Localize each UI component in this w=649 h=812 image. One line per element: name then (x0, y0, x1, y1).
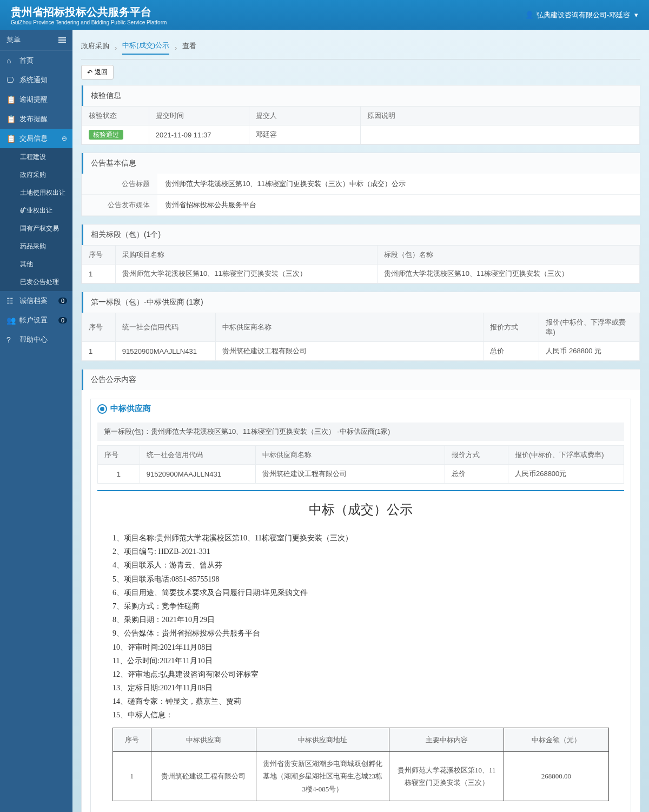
table-row: 1 贵州师范大学花溪校区第10、11栋寝室门更换安装（三次） 贵州师范大学花溪校… (82, 265, 640, 283)
menu-icon: ☷ (6, 296, 15, 305)
breadcrumb: 政府采购 › 中标(成交)公示 › 查看 (81, 36, 640, 60)
table-row: 1 91520900MAAJLLN431 贵州筑砼建设工程有限公司 总价 人民币… (98, 465, 624, 484)
content-line: 7、采购方式：竞争性磋商 (112, 599, 609, 613)
sidebar-item[interactable]: ⌂首页 (0, 51, 72, 70)
app-title: 贵州省招标投标公共服务平台 (11, 5, 167, 19)
sidebar-item[interactable]: 📋逾期提醒 (0, 90, 72, 109)
table-row: 1 91520900MAAJLLN431 贵州筑砼建设工程有限公司 总价 人民币… (82, 342, 640, 361)
sidebar: 菜单 ⌂首页🖵系统通知📋逾期提醒📋发布提醒📋交易信息 工程建设政府采购土地使用权… (0, 30, 72, 812)
chevron-right-icon: › (175, 44, 177, 52)
nested-title: 中标供应商 (91, 399, 631, 418)
panel-title: 相关标段（包）(1个) (82, 225, 640, 245)
content-line: 15、中标人信息： (112, 708, 609, 722)
menu-icon: 👥 (6, 316, 15, 325)
sidebar-subitem[interactable]: 国有产权交易 (0, 220, 72, 237)
panel-title: 核验信息 (82, 85, 640, 106)
content-line: 1、项目名称:贵州师范大学花溪校区第10、11栋寝室门更换安装（三次） (112, 531, 609, 545)
sidebar-subitem[interactable]: 土地使用权出让 (0, 184, 72, 202)
basic-info-panel: 公告基本信息 公告标题 贵州师范大学花溪校区第10、11栋寝室门更换安装（三次）… (81, 153, 640, 216)
kv-row: 公告标题 贵州师范大学花溪校区第10、11栋寝室门更换安装（三次）中标（成交）公… (82, 174, 640, 195)
content-panel: 公告公示内容 中标供应商 第一标段(包)：贵州师范大学花溪校区第10、11栋寝室… (81, 369, 640, 812)
content-line: 13、定标日期:2021年11月08日 (112, 681, 609, 695)
sidebar-subitem[interactable]: 工程建设 (0, 148, 72, 166)
sidebar-item[interactable]: 📋交易信息 (0, 129, 72, 148)
breadcrumb-item[interactable]: 政府采购 (81, 41, 109, 54)
breadcrumb-item[interactable]: 中标(成交)公示 (122, 41, 169, 55)
kv-row: 公告发布媒体 贵州省招标投标公共服务平台 (82, 195, 640, 216)
verify-table: 核验状态 提交时间 提交人 原因说明 核验通过 2021-11-09 11:37… (82, 106, 640, 144)
content-line: 12、评审地点:弘典建设咨询有限公司评标室 (112, 668, 609, 681)
menu-icon: ⌂ (6, 56, 15, 65)
app-header: 贵州省招标投标公共服务平台 GuiZhou Province Tendering… (0, 0, 649, 30)
menu-icon: 📋 (6, 95, 15, 104)
panel-title: 公告公示内容 (82, 369, 640, 390)
target-icon (97, 404, 107, 414)
doc-body: 1、项目名称:贵州师范大学花溪校区第10、11栋寝室门更换安装（三次）2、项目编… (91, 526, 631, 812)
panel-title: 公告基本信息 (82, 153, 640, 174)
verify-panel: 核验信息 核验状态 提交时间 提交人 原因说明 核验通过 2021-11-09 … (81, 85, 640, 145)
sidebar-item[interactable]: ☷诚信档案 (0, 291, 72, 311)
sidebar-subitem[interactable]: 药品采购 (0, 237, 72, 255)
sidebar-subitem[interactable]: 已发公告处理 (0, 273, 72, 291)
menu-icon: 📋 (6, 115, 15, 123)
divider (97, 490, 624, 491)
main-content: 政府采购 › 中标(成交)公示 › 查看 ↶ 返回 核验信息 核验状态 提交时间… (72, 30, 649, 812)
sidebar-item[interactable]: 📋发布提醒 (0, 109, 72, 129)
doc-title: 中标（成交）公示 (91, 493, 631, 526)
content-line: 14、磋商专家：钟显文，蔡京兰、贾莉 (112, 695, 609, 708)
section-panel: 相关标段（包）(1个) 序号 采购项目名称 标段（包）名称 1 贵州师范大学花溪… (81, 224, 640, 284)
content-line: 9、公告媒体：贵州省招标投标公共服务平台 (112, 626, 609, 640)
table-row: 核验通过 2021-11-09 11:37 邓廷容 (82, 126, 640, 144)
panel-title: 第一标段（包）-中标供应商 (1家) (82, 292, 640, 313)
content-line: 4、项目联系人：游青云、曾从芬 (112, 558, 609, 572)
chevron-right-icon: › (115, 44, 117, 52)
nested-sub-header: 第一标段(包)：贵州师范大学花溪校区第10、11栋寝室门更换安装（三次） -中标… (97, 422, 624, 441)
content-line: 11、公示时间:2021年11月10日 (112, 654, 609, 668)
app-subtitle: GuiZhou Province Tendering and Bidding P… (11, 19, 167, 25)
content-line: 5、项目联系电话:0851-85755198 (112, 572, 609, 586)
sidebar-subitem[interactable]: 矿业权出让 (0, 202, 72, 220)
nested-supplier-panel: 中标供应商 第一标段(包)：贵州师范大学花溪校区第10、11栋寝室门更换安装（三… (90, 399, 631, 812)
menu-icon: 🖵 (6, 76, 15, 84)
menu-icon: 📋 (6, 134, 15, 143)
winner-panel: 第一标段（包）-中标供应商 (1家) 序号 统一社会信用代码 中标供应商名称 报… (81, 292, 640, 361)
menu-header: 菜单 (0, 30, 72, 51)
back-button[interactable]: ↶ 返回 (81, 65, 114, 80)
winner-table: 序号 统一社会信用代码 中标供应商名称 报价方式 报价(中标价、下浮率或费率) … (82, 313, 640, 361)
status-badge: 核验通过 (89, 130, 123, 140)
content-line: 10、评审时间:2021年11月08日 (112, 641, 609, 654)
sidebar-item[interactable]: 👥帐户设置 (0, 311, 72, 330)
content-line: 6、项目用途、简要技术要求及合同履行日期:详见采购文件 (112, 586, 609, 599)
sidebar-item[interactable]: 🖵系统通知 (0, 70, 72, 90)
breadcrumb-item[interactable]: 查看 (182, 41, 196, 54)
menu-label: 菜单 (6, 35, 21, 45)
menu-icon: ? (6, 335, 15, 344)
user-menu[interactable]: 弘典建设咨询有限公司-邓廷容 (525, 10, 638, 20)
content-line: 8、采购日期：2021年10月29日 (112, 613, 609, 626)
menu-toggle-icon[interactable] (58, 37, 66, 43)
nested-table: 序号 统一社会信用代码 中标供应商名称 报价方式 报价(中标价、下浮率或费率) … (97, 445, 624, 484)
sidebar-subitem[interactable]: 政府采购 (0, 166, 72, 184)
sidebar-item[interactable]: ?帮助中心 (0, 330, 72, 349)
content-line: 2、项目编号: HDZB-2021-331 (112, 545, 609, 558)
table-row: 1 贵州筑砼建设工程有限公司 贵州省贵安新区湖潮乡电商城双创孵化基地（湖潮乡星湖… (113, 752, 609, 801)
winner-info-table: 序号 中标供应商 中标供应商地址 主要中标内容 中标金额（元） 1 贵州筑砼建设… (112, 728, 609, 802)
sidebar-subitem[interactable]: 其他 (0, 255, 72, 273)
section-table: 序号 采购项目名称 标段（包）名称 1 贵州师范大学花溪校区第10、11栋寝室门… (82, 245, 640, 283)
